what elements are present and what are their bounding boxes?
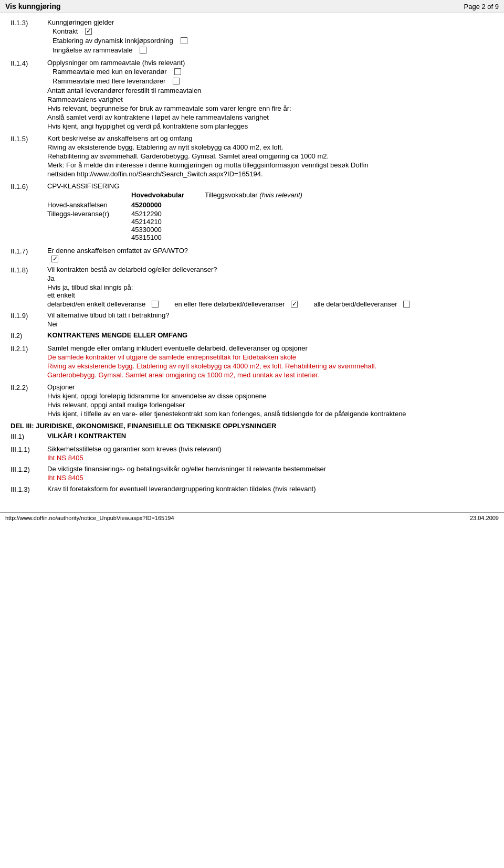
section-label-III-1-1: Sikkerhetsstillelse og garantier som kre… [47, 445, 494, 453]
rammeavtale-extra: Antatt antall leverandører forestillt ti… [47, 87, 494, 130]
section-III-1-1: III.1.1) Sikkerhetsstillelse og garantie… [10, 445, 494, 462]
section-body-II-1-3: Kunngjøringen gjelder Kontrakt Etablerin… [47, 18, 494, 56]
section-II-1-9: II.1.9) Vil alternative tilbud bli tatt … [10, 311, 494, 328]
kontrakt-checkbox[interactable] [85, 28, 92, 35]
page-number: Page 2 of 9 [464, 3, 499, 10]
kontrakt-label: Kontrakt [52, 27, 78, 35]
section-label-II-1-5: Kort beskrivelse av anskaffelsens art og… [47, 134, 494, 142]
cpv-main-header: Hovedvokabular [131, 191, 205, 199]
section-label-II-1-6: CPV-KLASSIFISERING [47, 182, 494, 190]
desc-line-4: nettsiden http://www.doffin.no/Search/Se… [47, 170, 494, 178]
section-label-II-1-8: Vil kontrakten bestå av delarbeid og/ell… [47, 266, 494, 273]
rammeavtale-inngaaelse-checkbox[interactable] [140, 47, 146, 54]
section-II-2-1: II.2.1) Samlet mengde eller omfang inklu… [10, 344, 494, 380]
opsjoner-line-2: Hvis relevant, oppgi antall mulige forle… [47, 401, 494, 409]
dynamisk-row: Etablering av dynamisk innkjøpsordning [52, 37, 494, 45]
section-II-1-8: II.1.8) Vil kontrakten bestå av delarbei… [10, 266, 494, 308]
page-title: Vis kunngjøring [5, 2, 61, 10]
cpv-tilleggs-values: 45212290 45214210 45330000 45315100 [131, 210, 205, 241]
section-body-II-2-1: Samlet mengde eller omfang inkludert eve… [47, 344, 494, 380]
rammeavtale-row: Inngåelse av rammeavtale [52, 46, 494, 54]
option1-label: delarbeid/en enkelt delleveranse [47, 300, 145, 308]
section-label-II-2-1: Samlet mengde eller omfang inkludert eve… [47, 344, 494, 352]
cpv-tilleggs-row: Tilleggs-leveranse(r) 45212290 45214210 … [47, 210, 494, 241]
section-body-II-2-2: Opsjoner Hvis kjent, oppgi foreløpig tid… [47, 383, 494, 419]
kun-en-checkbox[interactable] [174, 68, 181, 75]
red-line-2: Riving av eksisterende bygg. Etablering … [47, 362, 494, 370]
ett-enkelt-label: ett enkelt [47, 291, 494, 299]
hvis-kjent-hyppighet: Hvis kjent, angi hyppighet og verdi på k… [47, 122, 494, 130]
section-II-1-6: II.1.6) CPV-KLASSIFISERING Hovedvokabula… [10, 182, 494, 244]
option3-inline: alle delarbeid/delleveranser [313, 300, 410, 308]
section-III-1-2: III.1.2) De viktigste finansierings- og … [10, 465, 494, 482]
cpv-hoved-value: 45200000 [131, 201, 205, 209]
dynamisk-checkbox[interactable] [181, 37, 187, 44]
desc-line-3: Merk: For å melde din interesse i denne … [47, 161, 494, 169]
section-id-II-1-8: II.1.8) [10, 266, 47, 308]
cpv-extra-header: Tilleggsvokabular (hvis relevant) [205, 191, 310, 199]
tilbud-sublabel: Hvis ja, tilbud skal inngis på: [47, 283, 494, 291]
section-id-II-2-1: II.2.1) [10, 344, 47, 380]
option2-inline: en eller flere delarbeid/delleveranser [174, 300, 298, 308]
desc-line-2: Rehabilitering av svømmehall. Garderobeb… [47, 152, 494, 160]
section-label-II-1-3: Kunngjøringen gjelder [47, 18, 494, 26]
page-header: Vis kunngjøring Page 2 of 9 [0, 0, 504, 13]
section-body-II-1-5: Kort beskrivelse av anskaffelsens art og… [47, 134, 494, 179]
rammeavtale-inngaaelse-label: Inngåelse av rammeavtale [52, 46, 132, 54]
section-id-II-1-3: II.1.3) [10, 18, 47, 56]
section-id-II-2-2: II.2.2) [10, 383, 47, 419]
option1-checkbox[interactable] [152, 301, 159, 308]
section-body-II-1-7: Er denne anskaffelsen omfattet av GPA/WT… [47, 247, 494, 262]
short-desc-body: Riving av eksisterende bygg. Etablering … [47, 143, 494, 178]
delarbeid-sub: Hvis ja, tilbud skal inngis på: ett enke… [47, 283, 494, 308]
section-id-II-1-6: II.1.6) [10, 182, 47, 244]
section-label-III-1-2: De viktigste finansierings- og betalings… [47, 465, 494, 473]
gpa-checkbox[interactable] [51, 256, 58, 262]
section-II-1-7: II.1.7) Er denne anskaffelsen omfattet a… [10, 247, 494, 262]
option2-label: en eller flere delarbeid/delleveranser [174, 300, 285, 308]
option2: en eller flere delarbeid/delleveranser [174, 300, 298, 308]
section-II-2: II.2) KONTRAKTENS MENGDE ELLER OMFANG [10, 331, 494, 341]
section-body-II-2: KONTRAKTENS MENGDE ELLER OMFANG [47, 331, 494, 341]
section-id-II-1-7: II.1.7) [10, 247, 47, 262]
footer: http://www.doffin.no/authority/notice_Un… [0, 512, 504, 523]
section-II-2-2: II.2.2) Opsjoner Hvis kjent, oppgi forel… [10, 383, 494, 419]
alternative-answer: Nei [47, 320, 494, 328]
flere-row: Rammeavtale med flere leverandører [52, 77, 494, 85]
section-id-II-1-5: II.1.5) [10, 134, 47, 179]
cpv-hoved-row: Hoved-anskaffelsen 45200000 [47, 201, 494, 209]
section-id-II-1-9: II.1.9) [10, 311, 47, 328]
section-II-1-4: II.1.4) Opplysninger om rammeavtale (hvi… [10, 59, 494, 131]
section-label-II-2-2: Opsjoner [47, 383, 494, 391]
II-2-2-extra: Hvis kjent, oppgi foreløpig tidsramme fo… [47, 392, 494, 418]
rammeavtale-options: Rammeavtale med kun en leverandør Rammea… [47, 68, 494, 85]
section-body-II-1-8: Vil kontrakten bestå av delarbeid og/ell… [47, 266, 494, 308]
red-line-1: De samlede kontrakter vil utgjøre de sam… [47, 353, 494, 361]
option3-label: alle delarbeid/delleveranser [313, 300, 397, 308]
section-body-III-1: VILKÅR I KONTRAKTEN [47, 432, 494, 442]
option2-checkbox[interactable] [291, 301, 298, 308]
antall-leverandorer: Antatt antall leverandører forestillt ti… [47, 87, 494, 94]
section-II-1-5: II.1.5) Kort beskrivelse av anskaffelsen… [10, 134, 494, 179]
cpv-col-spacer [47, 191, 131, 199]
section-III-1: III.1) VILKÅR I KONTRAKTEN [10, 432, 494, 442]
opsjoner-line-1: Hvis kjent, oppgi foreløpig tidsramme fo… [47, 392, 494, 400]
section-id-II-2: II.2) [10, 331, 47, 341]
section-label-III-1-3: Krav til foretaksform for eventuell leve… [47, 485, 494, 493]
III-1-1-red: Iht NS 8405 [47, 454, 494, 462]
option3-checkbox[interactable] [403, 301, 410, 308]
flere-checkbox[interactable] [173, 78, 180, 84]
section-body-III-1-2: De viktigste finansierings- og betalings… [47, 465, 494, 482]
ansla-samlet: Anslå samlet verdi av kontraktene i løpe… [47, 113, 494, 121]
section-label-III-1: VILKÅR I KONTRAKTEN [47, 432, 494, 440]
dynamisk-label: Etablering av dynamisk innkjøpsordning [52, 37, 173, 45]
cpv-tilleggs-v3: 45330000 [131, 226, 205, 234]
section-label-II-1-9: Vil alternative tilbud bli tatt i betrak… [47, 311, 494, 319]
opsjoner-line-3: Hvis kjent, i tilfelle av en vare- eller… [47, 410, 494, 418]
cpv-header-row: Hovedvokabular Tilleggsvokabular (hvis r… [47, 191, 494, 199]
delivery-options: delarbeid/en enkelt delleveranse en elle… [47, 300, 494, 308]
red-line-3: Garderobebygg. Gymsal. Samlet areal omgj… [47, 371, 494, 379]
relevant-begrunnelse: Hvis relevant, begrunnelse for bruk av r… [47, 104, 494, 112]
cpv-extra-note: (hvis relevant) [259, 191, 302, 199]
cpv-table: Hovedvokabular Tilleggsvokabular (hvis r… [47, 191, 494, 241]
